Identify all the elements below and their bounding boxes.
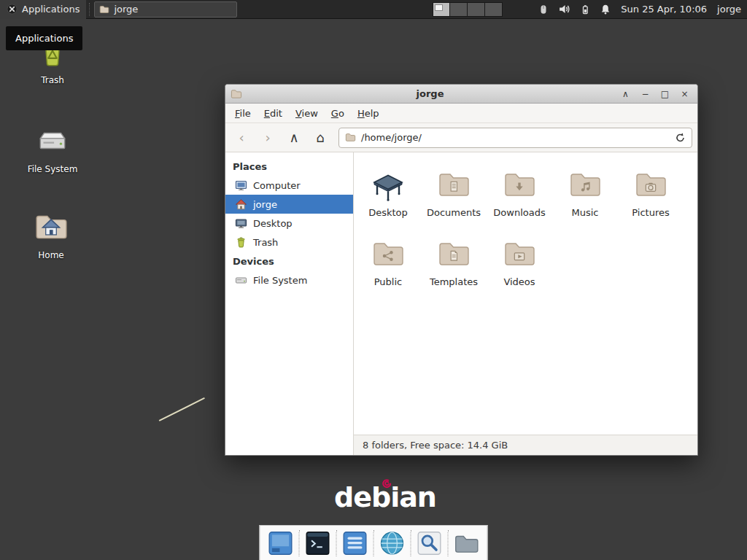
toolbar: ‹ › ∧ ⌂ /home/jorge/ <box>225 123 697 152</box>
file-item-templates[interactable]: Templates <box>421 236 487 306</box>
home-folder-icon <box>33 209 69 245</box>
window-body: Places Computer jorge Desktop Trash Devi… <box>225 152 697 455</box>
file-item-documents[interactable]: Documents <box>421 167 487 236</box>
sidebar-item-label: File System <box>253 275 307 286</box>
file-item-music[interactable]: Music <box>552 167 618 236</box>
trash-icon <box>235 236 247 249</box>
folder-icon <box>99 4 109 15</box>
taskbar-window-button[interactable]: jorge <box>94 1 237 18</box>
drive-icon <box>34 122 71 159</box>
file-item-public[interactable]: Public <box>355 236 421 306</box>
desktop-settings-icon <box>267 529 295 557</box>
sidebar-item-computer[interactable]: Computer <box>225 176 353 195</box>
desktop-icon-home[interactable]: Home <box>19 209 83 260</box>
menu-help[interactable]: Help <box>351 104 386 122</box>
menubar: File Edit View Go Help <box>225 104 697 123</box>
dock-item-desktop-settings[interactable] <box>264 527 298 559</box>
sidebar-item-filesystem[interactable]: File System <box>225 271 353 289</box>
debian-logo: debian <box>334 481 436 513</box>
shade-button[interactable]: ∧ <box>618 86 633 101</box>
applications-menu-icon <box>7 4 18 15</box>
debian-swirl-icon <box>382 479 392 489</box>
file-label: Music <box>572 207 599 218</box>
reload-icon[interactable] <box>675 132 686 143</box>
dock-item-web-browser[interactable] <box>376 527 409 559</box>
desktop-icon-label: File System <box>28 164 78 174</box>
dock-separator <box>411 530 411 556</box>
sidebar: Places Computer jorge Desktop Trash Devi… <box>225 152 354 455</box>
sidebar-item-trash[interactable]: Trash <box>225 233 353 252</box>
drive-icon <box>235 274 247 287</box>
file-manager-window: jorge ∧ − □ × File Edit View Go Help ‹ ›… <box>225 84 698 456</box>
back-button[interactable]: ‹ <box>231 128 252 148</box>
menu-go[interactable]: Go <box>325 104 351 122</box>
maximize-button[interactable]: □ <box>657 86 673 101</box>
file-item-pictures[interactable]: Pictures <box>618 167 684 236</box>
file-label: Desktop <box>368 207 408 218</box>
app-finder-icon <box>416 529 444 557</box>
location-bar[interactable]: /home/jorge/ <box>338 128 692 148</box>
video-emblem-icon <box>512 249 527 263</box>
location-path[interactable]: /home/jorge/ <box>361 132 670 143</box>
dock-item-settings[interactable] <box>338 527 372 559</box>
computer-icon <box>235 179 247 192</box>
dock-separator <box>299 530 300 556</box>
forward-button[interactable]: › <box>257 128 279 148</box>
web-browser-icon <box>379 529 406 557</box>
minimize-button[interactable]: − <box>638 86 653 101</box>
workspace-2[interactable] <box>450 2 468 17</box>
clock[interactable]: Sun 25 Apr, 10:06 <box>621 4 707 15</box>
dock-separator <box>336 530 337 556</box>
notifications-bell-icon[interactable] <box>600 4 611 15</box>
document-emblem-icon <box>446 179 461 194</box>
desktop-icon-label: Home <box>38 250 63 260</box>
workspace-4[interactable] <box>485 2 503 17</box>
close-button[interactable]: × <box>677 86 692 101</box>
file-label: Documents <box>427 207 481 218</box>
applications-menu-button[interactable]: Applications <box>0 0 86 19</box>
music-note-emblem-icon <box>578 179 592 194</box>
sidebar-item-desktop[interactable]: Desktop <box>225 214 353 233</box>
app-settings-icon <box>341 529 369 557</box>
input-mouse-icon[interactable] <box>538 4 549 15</box>
taskbar-window-title: jorge <box>114 4 138 15</box>
panel-status-icons <box>538 3 611 15</box>
battery-icon[interactable] <box>579 4 591 15</box>
home-icon <box>235 198 247 211</box>
dock-item-file-manager[interactable] <box>450 527 484 559</box>
top-panel: Applications jorge Sun 25 Apr, 10:06 jor… <box>0 0 747 19</box>
home-button[interactable]: ⌂ <box>309 128 331 148</box>
file-manager-icon <box>453 529 481 557</box>
terminal-icon <box>304 529 332 557</box>
share-emblem-icon <box>381 249 395 263</box>
dock-item-app-finder[interactable] <box>413 527 446 559</box>
sidebar-item-label: jorge <box>253 199 277 210</box>
stray-line-artifact <box>159 397 206 421</box>
workspace-1[interactable] <box>433 2 450 17</box>
workspace-3[interactable] <box>468 2 485 17</box>
panel-separator <box>89 3 90 16</box>
menu-view[interactable]: View <box>289 104 325 122</box>
dock-item-terminal[interactable] <box>301 527 335 559</box>
menu-edit[interactable]: Edit <box>258 104 289 122</box>
file-item-videos[interactable]: Videos <box>487 236 552 306</box>
desktop-icon-filesystem[interactable]: File System <box>20 122 85 174</box>
dock-separator <box>374 530 374 556</box>
panel-username[interactable]: jorge <box>717 4 741 15</box>
files-pane: Desktop Documents Downloads Music <box>354 152 697 455</box>
folder-icon <box>345 132 356 143</box>
desktop-icon <box>235 217 247 230</box>
menu-file[interactable]: File <box>228 104 258 122</box>
file-item-desktop[interactable]: Desktop <box>355 167 421 236</box>
file-item-downloads[interactable]: Downloads <box>487 167 552 236</box>
workspace-window-preview <box>435 4 443 11</box>
files-grid: Desktop Documents Downloads Music <box>354 152 697 435</box>
workspace-switcher <box>433 2 503 17</box>
statusbar: 8 folders, Free space: 14.4 GiB <box>354 435 697 455</box>
titlebar[interactable]: jorge ∧ − □ × <box>225 85 697 104</box>
sidebar-item-jorge[interactable]: jorge <box>225 195 353 214</box>
bottom-dock <box>260 525 488 560</box>
download-arrow-emblem-icon <box>512 179 527 194</box>
up-button[interactable]: ∧ <box>283 128 305 148</box>
volume-icon[interactable] <box>558 3 570 15</box>
